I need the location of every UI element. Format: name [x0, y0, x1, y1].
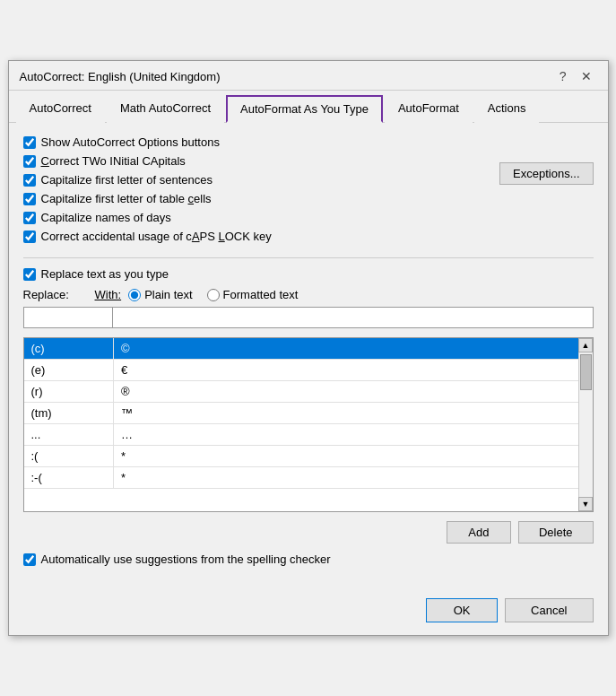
scroll-thumb — [580, 354, 592, 390]
capitalize-sentences-label: Capitalize first letter of sentences — [41, 173, 213, 187]
correct-caps-checkbox[interactable] — [23, 231, 36, 243]
top-section: Show AutoCorrect Options buttons Correct… — [23, 135, 594, 248]
table-cell-with: © — [114, 338, 593, 360]
input-row — [23, 307, 594, 328]
capitalize-table-checkbox[interactable] — [23, 193, 36, 205]
table-cell-replace: ... — [24, 424, 114, 446]
scrollbar[interactable]: ▲ ▼ — [578, 338, 593, 511]
checkbox-capitalize-days: Capitalize names of days — [23, 211, 493, 224]
radio-group: Plain text Formatted text — [128, 288, 298, 301]
table-row[interactable]: (tm) ™ — [24, 403, 593, 424]
table-cell-with: € — [114, 360, 593, 381]
add-delete-row: Add Delete — [23, 521, 594, 544]
exceptions-button[interactable]: Exceptions... — [499, 162, 593, 185]
table-row[interactable]: :-( * — [24, 467, 593, 489]
with-row: Replace: With: Plain text Formatted text — [23, 288, 594, 301]
table-row[interactable]: (r) ® — [24, 381, 593, 403]
tab-actions[interactable]: Actions — [474, 95, 540, 123]
spelling-checkbox[interactable] — [23, 553, 36, 566]
spelling-label: Automatically use suggestions from the s… — [41, 552, 331, 566]
tab-autoformat-as-you-type[interactable]: AutoFormat As You Type — [226, 95, 383, 123]
plain-text-radio-label: Plain text — [144, 288, 192, 301]
table-cell-with: ™ — [114, 403, 593, 424]
correct-caps-label: Correct accidental usage of cAPS LOCK ke… — [41, 230, 272, 243]
cancel-button[interactable]: Cancel — [505, 598, 593, 622]
plain-text-radio[interactable] — [128, 289, 141, 301]
bottom-checkbox-row: Automatically use suggestions from the s… — [23, 552, 594, 566]
capitalize-days-label: Capitalize names of days — [41, 211, 171, 224]
checkbox-correct-two: Correct TWo INitial CApitals — [23, 154, 493, 168]
close-button[interactable]: ✕ — [576, 68, 597, 84]
footer: OK Cancel — [9, 591, 608, 635]
correct-two-label: Correct TWo INitial CApitals — [41, 154, 186, 168]
tab-autoformat[interactable]: AutoFormat — [385, 95, 473, 123]
checkbox-show-options: Show AutoCorrect Options buttons — [23, 135, 493, 149]
capitalize-sentences-checkbox[interactable] — [23, 174, 36, 187]
table-row[interactable]: (c) © — [24, 338, 593, 360]
table-row[interactable]: ... … — [24, 424, 593, 446]
table-cell-with: * — [114, 446, 593, 467]
replace-checkbox-row: Replace text as you type — [23, 267, 594, 281]
scroll-track — [579, 352, 593, 497]
table-cell-replace: :-( — [24, 467, 114, 489]
table-cell-replace: (tm) — [24, 403, 114, 424]
with-label: With: — [95, 288, 122, 301]
table-cell-replace: (e) — [24, 360, 114, 381]
ok-button[interactable]: OK — [426, 598, 498, 622]
title-bar: AutoCorrect: English (United Kingdom) ? … — [9, 61, 608, 91]
replace-input[interactable] — [23, 307, 113, 328]
show-options-checkbox[interactable] — [23, 136, 36, 149]
replace-table-container: (c) © (e) € (r) ® (tm) ™ — [23, 337, 594, 512]
table-cell-with: … — [114, 424, 593, 446]
divider-1 — [23, 257, 594, 258]
checkbox-correct-caps: Correct accidental usage of cAPS LOCK ke… — [23, 230, 493, 243]
replace-table: (c) © (e) € (r) ® (tm) ™ — [24, 338, 593, 489]
title-bar-buttons: ? ✕ — [554, 68, 597, 84]
correct-two-checkbox[interactable] — [23, 155, 36, 168]
delete-button[interactable]: Delete — [518, 521, 594, 544]
tab-autocorrect[interactable]: AutoCorrect — [16, 95, 105, 123]
table-cell-with: * — [114, 467, 593, 489]
show-options-label: Show AutoCorrect Options buttons — [41, 135, 220, 149]
table-cell-replace: (c) — [24, 338, 114, 360]
tab-math-autocorrect[interactable]: Math AutoCorrect — [107, 95, 224, 123]
table-cell-replace: :( — [24, 446, 114, 467]
table-cell-with: ® — [114, 381, 593, 403]
checkbox-capitalize-table: Capitalize first letter of table cells — [23, 192, 493, 205]
table-cell-replace: (r) — [24, 381, 114, 403]
capitalize-table-label: Capitalize first letter of table cells — [41, 192, 212, 205]
capitalize-days-checkbox[interactable] — [23, 212, 36, 224]
checkboxes-group: Show AutoCorrect Options buttons Correct… — [23, 135, 493, 248]
table-row[interactable]: :( * — [24, 446, 593, 467]
replace-section: Replace text as you type Replace: With: … — [23, 267, 594, 328]
dialog-title: AutoCorrect: English (United Kingdom) — [20, 70, 221, 83]
radio-plain-text: Plain text — [128, 288, 192, 301]
help-button[interactable]: ? — [554, 68, 572, 84]
replace-text-label: Replace text as you type — [41, 267, 169, 281]
scroll-up-arrow[interactable]: ▲ — [578, 338, 593, 352]
formatted-text-radio-label: Formatted text — [223, 288, 299, 301]
exceptions-area: Exceptions... — [499, 135, 593, 248]
tab-content: Show AutoCorrect Options buttons Correct… — [9, 123, 608, 591]
table-row[interactable]: (e) € — [24, 360, 593, 381]
checkbox-capitalize-sentences: Capitalize first letter of sentences — [23, 173, 493, 187]
add-button[interactable]: Add — [447, 521, 511, 544]
with-input[interactable] — [113, 307, 594, 328]
formatted-text-radio[interactable] — [207, 289, 220, 301]
replace-text-checkbox[interactable] — [23, 268, 36, 281]
replace-label: Replace: — [23, 288, 95, 301]
radio-formatted-text: Formatted text — [207, 288, 299, 301]
scroll-down-arrow[interactable]: ▼ — [578, 497, 593, 511]
dialog: AutoCorrect: English (United Kingdom) ? … — [8, 60, 609, 636]
tab-bar: AutoCorrect Math AutoCorrect AutoFormat … — [9, 91, 608, 123]
